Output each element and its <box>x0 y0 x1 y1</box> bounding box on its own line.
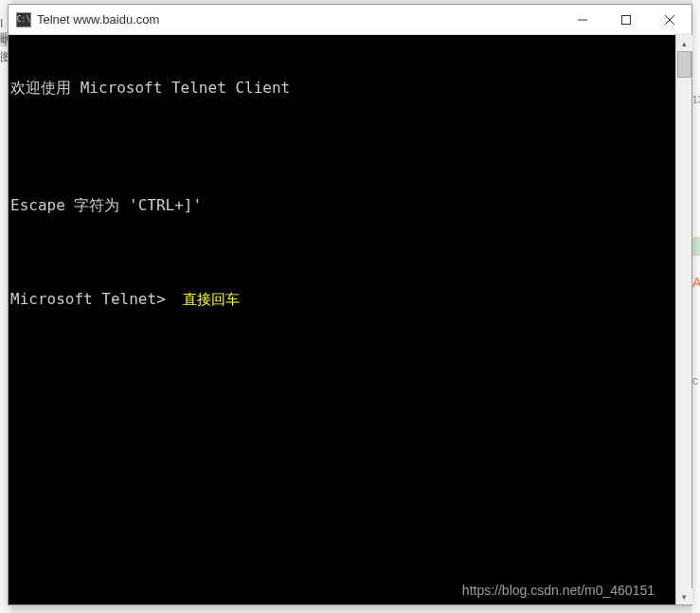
terminal-output[interactable]: 欢迎使用 Microsoft Telnet Client Escape 字符为 … <box>9 35 675 604</box>
chevron-up-icon: ▴ <box>682 39 687 48</box>
close-button[interactable] <box>648 5 691 35</box>
watermark: https://blog.csdn.net/m0_460151 <box>462 582 655 599</box>
telnet-window: C:\ Telnet www.baidu.com 欢迎使用 Microsoft … <box>8 4 692 605</box>
terminal-line: Escape 字符为 'CTRL+]' <box>10 196 673 216</box>
minimize-icon <box>578 15 587 25</box>
maximize-icon <box>621 15 631 25</box>
minimize-button[interactable] <box>561 5 604 35</box>
background-right-strip: 13 A c <box>692 0 700 613</box>
scroll-up-button[interactable]: ▴ <box>676 35 692 51</box>
annotation-text: 直接回车 <box>183 291 240 310</box>
background-fragment: c <box>692 374 700 388</box>
svg-rect-1 <box>622 15 631 24</box>
background-fragment <box>692 237 700 256</box>
chevron-down-icon: ▾ <box>682 592 687 602</box>
background-fragment: 13 <box>692 95 700 108</box>
app-icon: C:\ <box>16 12 31 27</box>
scroll-thumb[interactable] <box>677 51 691 78</box>
terminal-prompt: Microsoft Telnet> <box>10 290 166 310</box>
vertical-scrollbar[interactable]: ▴ ▾ <box>675 35 691 604</box>
terminal-line <box>10 137 673 157</box>
scroll-down-button[interactable]: ▾ <box>676 588 692 604</box>
window-controls <box>561 5 691 35</box>
window-title: Telnet www.baidu.com <box>37 12 561 27</box>
maximize-button[interactable] <box>604 5 648 35</box>
titlebar[interactable]: C:\ Telnet www.baidu.com <box>9 5 691 35</box>
terminal-prompt-line: Microsoft Telnet> 直接回车 <box>10 290 673 310</box>
background-fragment: A <box>692 275 700 303</box>
terminal-line: 欢迎使用 Microsoft Telnet Client <box>10 79 673 99</box>
close-icon <box>665 15 674 25</box>
